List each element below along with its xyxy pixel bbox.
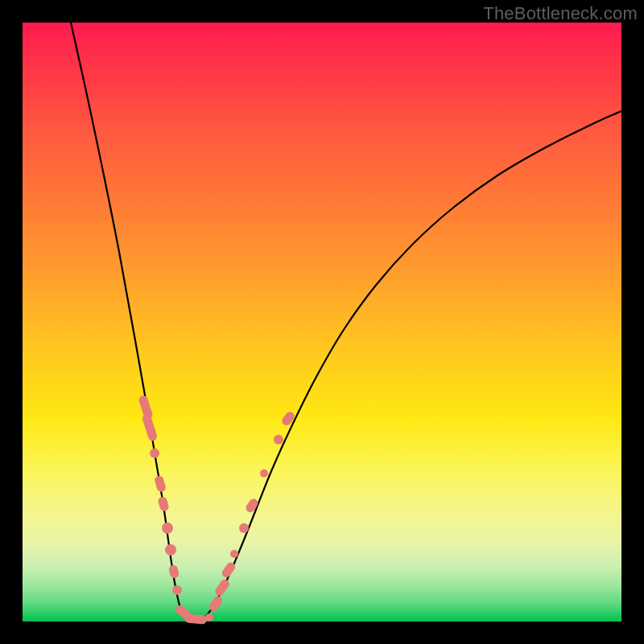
- curve-marker: [157, 496, 170, 512]
- curve-marker: [150, 448, 159, 458]
- curve-marker: [280, 411, 296, 427]
- curve-marker: [154, 475, 167, 493]
- curve-marker: [239, 523, 249, 533]
- plot-area: [23, 23, 621, 621]
- curve-marker: [162, 522, 173, 534]
- bottleneck-curve: [71, 23, 621, 621]
- marker-group: [138, 394, 296, 625]
- curve-marker: [172, 585, 182, 595]
- watermark-text: TheBottleneck.com: [483, 3, 638, 24]
- curve-marker: [165, 544, 176, 555]
- curve-marker: [184, 613, 208, 624]
- curve-marker: [230, 550, 238, 558]
- curve-svg: [23, 23, 621, 621]
- curve-marker: [205, 613, 213, 621]
- curve-marker: [168, 564, 180, 579]
- curve-marker: [274, 435, 283, 444]
- curve-marker: [213, 578, 231, 597]
- curve-marker: [260, 469, 268, 477]
- curve-marker: [142, 413, 159, 442]
- outer-frame: TheBottleneck.com: [0, 0, 644, 644]
